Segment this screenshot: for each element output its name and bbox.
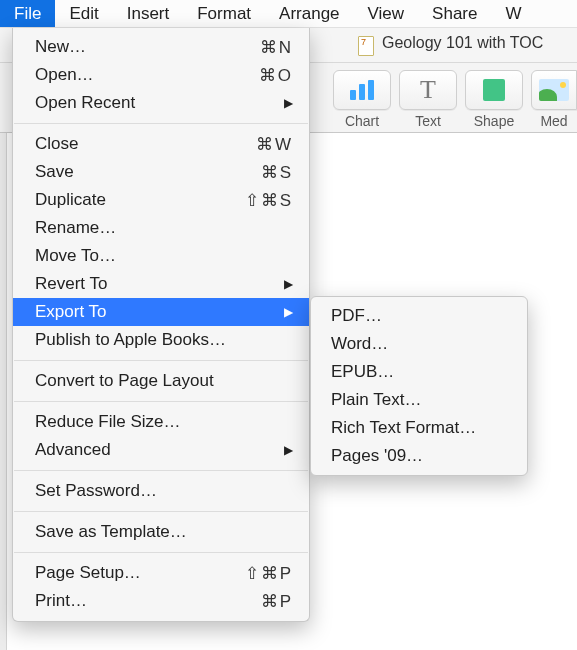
export-item-rich-text-format[interactable]: Rich Text Format… <box>311 414 527 442</box>
menu-item-label: Open Recent <box>35 93 275 113</box>
toolbar-shape-label: Shape <box>465 113 523 129</box>
menu-item-page-setup[interactable]: Page Setup…⇧⌘P <box>13 559 309 587</box>
toolbar-chart-button[interactable] <box>333 70 391 110</box>
menu-arrange[interactable]: Arrange <box>265 0 353 27</box>
menu-item-new[interactable]: New…⌘N <box>13 33 309 61</box>
menu-file[interactable]: File <box>0 0 55 27</box>
menu-item-shortcut: ⌘O <box>233 65 293 86</box>
menu-item-advanced[interactable]: Advanced▶ <box>13 436 309 464</box>
export-item-plain-text[interactable]: Plain Text… <box>311 386 527 414</box>
menu-item-label: Save as Template… <box>35 522 293 542</box>
submenu-arrow-icon: ▶ <box>279 96 293 110</box>
shape-icon <box>483 79 505 101</box>
menu-item-label: Rich Text Format… <box>331 418 511 438</box>
export-item-word[interactable]: Word… <box>311 330 527 358</box>
menu-separator <box>14 470 308 471</box>
menu-item-shortcut: ⌘S <box>233 162 293 183</box>
menu-item-label: New… <box>35 37 233 57</box>
left-gutter <box>0 133 7 650</box>
text-icon: T <box>420 77 436 103</box>
menu-separator <box>14 123 308 124</box>
document-icon <box>358 36 374 56</box>
submenu-arrow-icon: ▶ <box>279 305 293 319</box>
toolbar-text-label: Text <box>399 113 457 129</box>
export-item-pdf[interactable]: PDF… <box>311 302 527 330</box>
menu-item-label: Rename… <box>35 218 293 238</box>
menu-item-label: Pages '09… <box>331 446 511 466</box>
menu-item-shortcut: ⌘N <box>233 37 293 58</box>
menu-item-rename[interactable]: Rename… <box>13 214 309 242</box>
menu-item-label: Page Setup… <box>35 563 233 583</box>
menu-item-shortcut: ⇧⌘S <box>233 190 293 211</box>
menu-item-open-recent[interactable]: Open Recent▶ <box>13 89 309 117</box>
menu-item-reduce-file-size[interactable]: Reduce File Size… <box>13 408 309 436</box>
file-menu-dropdown: New…⌘NOpen…⌘OOpen Recent▶Close⌘WSave⌘SDu… <box>12 28 310 622</box>
menu-view[interactable]: View <box>354 0 419 27</box>
menu-item-print[interactable]: Print…⌘P <box>13 587 309 615</box>
menu-item-set-password[interactable]: Set Password… <box>13 477 309 505</box>
menu-item-save-as-template[interactable]: Save as Template… <box>13 518 309 546</box>
menu-separator <box>14 511 308 512</box>
menu-separator <box>14 552 308 553</box>
menu-insert[interactable]: Insert <box>113 0 184 27</box>
toolbar-shape-button[interactable] <box>465 70 523 110</box>
menu-format[interactable]: Format <box>183 0 265 27</box>
menu-item-label: Open… <box>35 65 233 85</box>
menu-edit[interactable]: Edit <box>55 0 112 27</box>
menu-item-label: Close <box>35 134 233 154</box>
menu-item-label: Convert to Page Layout <box>35 371 293 391</box>
menu-item-label: Save <box>35 162 233 182</box>
menu-item-label: Print… <box>35 591 233 611</box>
menu-item-shortcut: ⌘W <box>233 134 293 155</box>
export-item-pages-09[interactable]: Pages '09… <box>311 442 527 470</box>
menu-item-label: Word… <box>331 334 511 354</box>
menu-item-label: Export To <box>35 302 275 322</box>
menu-item-revert-to[interactable]: Revert To▶ <box>13 270 309 298</box>
document-tab-title[interactable]: Geology 101 with TOC <box>382 34 543 52</box>
menu-item-save[interactable]: Save⌘S <box>13 158 309 186</box>
menu-item-move-to[interactable]: Move To… <box>13 242 309 270</box>
menu-item-duplicate[interactable]: Duplicate⇧⌘S <box>13 186 309 214</box>
submenu-arrow-icon: ▶ <box>279 443 293 457</box>
menu-separator <box>14 401 308 402</box>
export-item-epub[interactable]: EPUB… <box>311 358 527 386</box>
menu-item-label: Advanced <box>35 440 275 460</box>
toolbar-chart-label: Chart <box>333 113 391 129</box>
menu-item-label: Set Password… <box>35 481 293 501</box>
menu-item-close[interactable]: Close⌘W <box>13 130 309 158</box>
toolbar-media-label: Med <box>531 113 577 129</box>
menu-item-label: Plain Text… <box>331 390 511 410</box>
menu-item-label: Duplicate <box>35 190 233 210</box>
chart-icon <box>350 80 374 100</box>
menu-item-shortcut: ⇧⌘P <box>233 563 293 584</box>
menu-item-shortcut: ⌘P <box>233 591 293 612</box>
menu-item-label: Publish to Apple Books… <box>35 330 293 350</box>
toolbar-text-button[interactable]: T <box>399 70 457 110</box>
menu-item-convert-to-page-layout[interactable]: Convert to Page Layout <box>13 367 309 395</box>
toolbar-media-button[interactable] <box>531 70 577 110</box>
menu-item-label: PDF… <box>331 306 511 326</box>
menu-item-publish-to-apple-books[interactable]: Publish to Apple Books… <box>13 326 309 354</box>
menu-item-label: Reduce File Size… <box>35 412 293 432</box>
menu-item-label: Revert To <box>35 274 275 294</box>
export-to-submenu: PDF…Word…EPUB…Plain Text…Rich Text Forma… <box>310 296 528 476</box>
menu-item-label: EPUB… <box>331 362 511 382</box>
submenu-arrow-icon: ▶ <box>279 277 293 291</box>
menu-item-open[interactable]: Open…⌘O <box>13 61 309 89</box>
menu-separator <box>14 360 308 361</box>
menu-item-export-to[interactable]: Export To▶ <box>13 298 309 326</box>
media-icon <box>539 79 569 101</box>
menu-share[interactable]: Share <box>418 0 491 27</box>
menubar: File Edit Insert Format Arrange View Sha… <box>0 0 577 28</box>
menu-item-label: Move To… <box>35 246 293 266</box>
menu-window[interactable]: W <box>491 0 535 27</box>
